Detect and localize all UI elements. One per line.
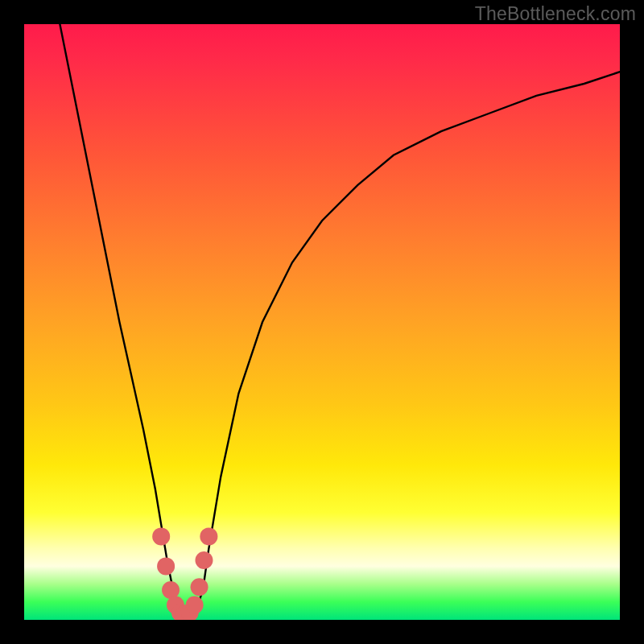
plot-area [24,24,620,620]
highlight-dot [157,557,175,575]
highlight-dot [186,597,204,614]
highlight-dot [152,527,170,545]
highlight-dots-group [152,527,217,620]
highlight-dot [195,551,213,569]
chart-svg [24,24,620,620]
watermark-text: TheBottleneck.com [475,3,636,25]
chart-frame: TheBottleneck.com [0,0,644,644]
bottleneck-curve [60,24,620,614]
highlight-dot [200,527,217,545]
highlight-dot [191,578,208,596]
